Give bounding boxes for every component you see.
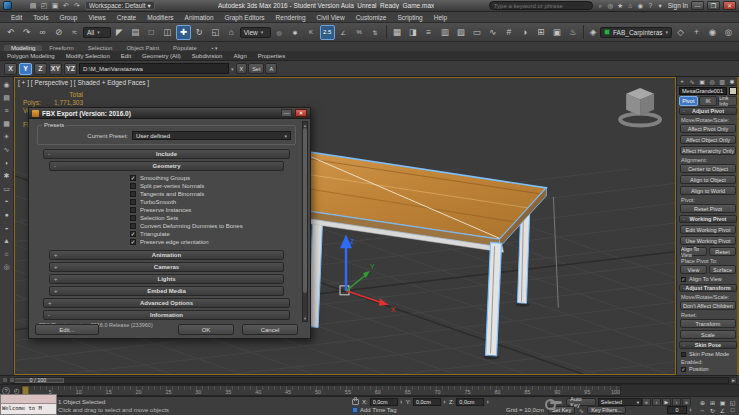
menu-tools[interactable]: Tools [28,14,53,21]
previous-frame-icon[interactable]: ‹ [652,398,661,406]
motion-tab-icon[interactable]: ◎ [708,77,716,85]
create-selection-set-icon[interactable]: ◇ [673,25,688,40]
edit-named-selection-sets-icon[interactable]: ▦ [389,25,404,40]
spinner-icon[interactable]: ▲▼ [689,408,693,413]
favorites-icon[interactable]: ★ [616,1,625,10]
axis-y-button[interactable]: Y [19,63,32,75]
workspace-dropdown[interactable]: Workspace: Default ▾ [85,1,155,10]
redo-icon[interactable]: ↷ [72,1,82,11]
isolate-selection-icon[interactable]: ◈ [587,25,599,40]
rotation-checkbox[interactable]: Rotation [677,373,739,375]
fov-icon[interactable]: ∠ [718,406,727,414]
align-to-world-button[interactable]: Align to World [680,186,736,195]
menu-create[interactable]: Create [112,14,142,21]
restore-button[interactable]: ❐ [707,1,720,10]
scene-explorer-icon[interactable]: ▥ [437,25,452,40]
a-button[interactable]: A [265,63,277,74]
menu-modifiers[interactable]: Modifiers [142,14,178,21]
modify-tab-icon[interactable]: ∿ [688,77,696,85]
scrollbar-thumb[interactable] [303,128,307,293]
mirror-icon[interactable]: ◨ [405,25,420,40]
preserve-edge-orientation-option[interactable]: Preserve edge orientation [130,238,298,246]
zoom-extents-icon[interactable]: ▣ [718,398,727,406]
snaps-toggle-icon[interactable]: 2.5 [320,25,335,40]
half-sphere-icon[interactable]: ◗ [1,157,12,168]
cameras-rollout[interactable]: + Cameras [49,262,284,272]
bone-icon[interactable]: ∿ [1,144,12,155]
scroll-down-icon[interactable]: ▼ [303,315,307,321]
menu-customize[interactable]: Customize [351,14,392,21]
x-small-button[interactable]: X [236,63,248,74]
time-slider-thumb[interactable]: 0 / 100 [12,378,64,383]
key-set-dropdown[interactable]: Selected▾ [598,398,642,406]
spinner-icon[interactable]: ▲▼ [486,400,490,405]
close-button[interactable]: ✕ [723,1,736,10]
add-to-set-icon[interactable]: + [689,25,704,40]
named-selection-set-dropdown[interactable]: FAB_Carpinteras ▾ [600,27,672,38]
auto-key-button[interactable]: Auto Key [566,398,595,406]
cancel-button[interactable]: Cancel [242,324,298,335]
macro-recorder-pane[interactable] [1,395,56,404]
select-in-set-icon[interactable]: ◎ [721,25,736,40]
viewport-label[interactable]: [ + ] [ Perspective ] [ Shaded + Edged F… [18,79,149,86]
surface-button[interactable]: Surface [709,265,736,274]
percent-snap-icon[interactable]: % [352,25,367,40]
affect-pivot-only-button[interactable]: Affect Pivot Only [680,124,736,133]
sign-in-link[interactable]: Sign In [668,2,688,9]
select-and-scale-icon[interactable]: ◱ [208,25,223,40]
dialog-title-bar[interactable]: FBX Export (Version: 2016.0) — ✕ [29,108,310,119]
render-setup-icon[interactable]: ⊞ [533,25,548,40]
y-coordinate-field[interactable] [413,398,441,406]
list-icon[interactable]: ≡ [1,105,12,116]
box-icon[interactable]: ▭ [1,183,12,194]
geosphere-icon[interactable]: ◎ [1,261,12,272]
animation-rollout[interactable]: + Animation [49,250,284,260]
select-and-rotate-icon[interactable]: ↻ [192,25,207,40]
bind-to-space-warp-icon[interactable]: ≈ [67,25,82,40]
spinner-snap-icon[interactable]: ⇅ [368,25,383,40]
axis-x-button[interactable]: X [4,63,17,75]
subtab-polygon-modeling[interactable]: Polygon Modeling [2,53,60,59]
zoom-region-icon[interactable]: ◱ [728,398,737,406]
maximize-viewport-icon[interactable]: □ [728,406,737,414]
select-and-manipulate-icon[interactable]: ✱ [288,25,303,40]
position-checkbox[interactable]: Position [677,365,739,373]
subtab-align[interactable]: Align [228,53,251,59]
pan-icon[interactable]: ↔ [698,406,707,414]
eye-icon[interactable]: ◉ [1,79,12,90]
pivot-tab[interactable]: Pivot [679,96,698,106]
preserve-instances-option[interactable]: Preserve Instances [130,206,298,214]
new-scene-icon[interactable]: ▤ [28,1,38,11]
go-to-end-icon[interactable]: » [682,398,691,406]
smoothing-groups-option[interactable]: Smoothing Groups [130,174,298,182]
dialog-close-button[interactable]: ✕ [295,109,307,117]
monitor-icon[interactable]: ▤ [1,92,12,103]
utilities-tab-icon[interactable]: ✱ [728,77,736,85]
menu-edit[interactable]: Edit [6,14,27,21]
undo-icon[interactable]: ↶ [61,1,71,11]
time-slider-next-button[interactable]: ► [730,377,737,384]
information-rollout[interactable]: -Information [43,310,290,320]
open-file-icon[interactable]: ◰ [39,1,49,11]
default-tangent-icon[interactable]: ∿ [577,407,585,414]
select-object-icon[interactable]: ◤ [112,25,127,40]
selection-sets-option[interactable]: Selection Sets [130,214,298,222]
search-icon[interactable]: ⌕ [596,1,605,10]
subtab-geometry-all[interactable]: Geometry (All) [137,53,186,59]
skin-pose-mode-checkbox[interactable]: Skin Pose Mode [677,350,739,358]
cone-icon[interactable]: ▲ [1,235,12,246]
user-icon[interactable]: ◉ [636,1,645,10]
path-field[interactable] [79,63,229,74]
align-icon[interactable]: ≡ [421,25,436,40]
select-and-link-icon[interactable]: ∞ [35,25,50,40]
lights-rollout[interactable]: + Lights [49,274,284,284]
save-file-icon[interactable]: ▣ [50,1,60,11]
reference-coordinate-dropdown[interactable]: View ▾ [240,27,271,38]
x-coordinate-field[interactable] [370,398,398,406]
listener-pane[interactable]: Welcome to M [1,404,56,414]
subtab-subdivision[interactable]: Subdivision [187,53,228,59]
home-icon[interactable]: ⌂ [626,1,635,10]
ribbon-toggle-icon[interactable]: ▭ [469,25,484,40]
reset-pivot-button[interactable]: Reset Pivot [680,204,736,213]
subtract-from-set-icon[interactable]: ◉ [705,25,720,40]
